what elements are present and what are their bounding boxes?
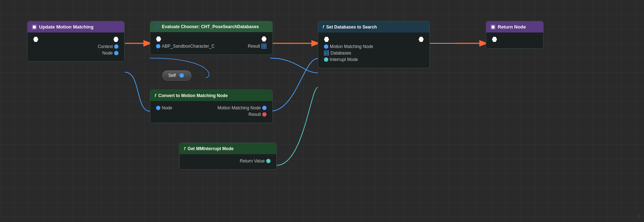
abp-pin: [156, 44, 160, 48]
abp-label: ABP_SandboxCharacter_C: [162, 44, 215, 49]
node-label: Node: [102, 51, 113, 56]
interrupt-pin: [324, 57, 328, 62]
exec-out-pin-eval: [262, 36, 267, 42]
result-out-label: Result: [248, 112, 261, 117]
mmn-in-pin: [324, 44, 328, 49]
node-pin: [114, 51, 118, 55]
mmn-out-label: Motion Matching Node: [217, 105, 261, 110]
context-pin: [114, 44, 118, 49]
node-evaluate-chooser[interactable]: Evaluate Chooser: CHT_PoseSearchDatabase…: [150, 21, 273, 55]
return-icon: [490, 25, 496, 30]
exec-out-pin-set: [419, 37, 424, 42]
mmn-out-pin: [262, 106, 267, 110]
result-out-pin: [262, 112, 267, 117]
exec-in-pin-return: [492, 37, 497, 42]
mmn-in-label: Motion Matching Node: [330, 44, 373, 49]
exec-in-pin-set: [324, 37, 329, 42]
node-convert-motion[interactable]: f Convert to Motion Matching Node Node M…: [150, 90, 273, 123]
node-update-icon: [32, 25, 37, 30]
node-get-mminterrupt[interactable]: f Get MMInterrupt Mode Return Value: [179, 143, 277, 170]
node-in-pin: [156, 106, 160, 110]
result-label: Result: [248, 44, 260, 49]
exec-in-pin-eval: [156, 36, 161, 42]
interrupt-label: Interrupt Mode: [330, 57, 358, 62]
node-convert-title: Convert to Motion Matching Node: [158, 93, 228, 98]
node-return[interactable]: Return Node: [486, 21, 544, 49]
result-pin: [262, 44, 267, 49]
svg-rect-5: [492, 26, 494, 29]
self-label: Self: [168, 73, 176, 78]
svg-rect-4: [33, 26, 36, 29]
node-set-databases[interactable]: f Set Databases to Search Motion Matchin…: [318, 21, 430, 68]
node-update-title: Update Motion Matching: [39, 24, 94, 30]
convert-f-icon: f: [155, 93, 156, 98]
node-return-title: Return Node: [498, 24, 526, 30]
node-in-label: Node: [162, 105, 172, 110]
self-pin: [180, 73, 184, 78]
exec-in-pin: [33, 37, 38, 42]
watermark: ⌇: [637, 212, 640, 220]
databases-pin: [324, 51, 329, 56]
return-value-pin: [266, 159, 271, 163]
set-f-icon: f: [323, 24, 324, 30]
databases-label: Databases: [330, 51, 351, 56]
self-button[interactable]: Self: [162, 70, 191, 80]
get-f-icon: f: [184, 146, 185, 151]
node-get-title: Get MMInterrupt Mode: [187, 146, 233, 151]
node-evaluate-icon: [155, 24, 160, 29]
context-label: Context: [98, 44, 113, 49]
return-value-label: Return Value: [240, 158, 265, 164]
node-evaluate-title: Evaluate Chooser: CHT_PoseSearchDatabase…: [162, 24, 259, 29]
node-set-title: Set Databases to Search: [326, 25, 377, 30]
node-update-motion-matching[interactable]: Update Motion Matching Context Node: [27, 21, 125, 62]
exec-out-pin: [113, 37, 118, 42]
